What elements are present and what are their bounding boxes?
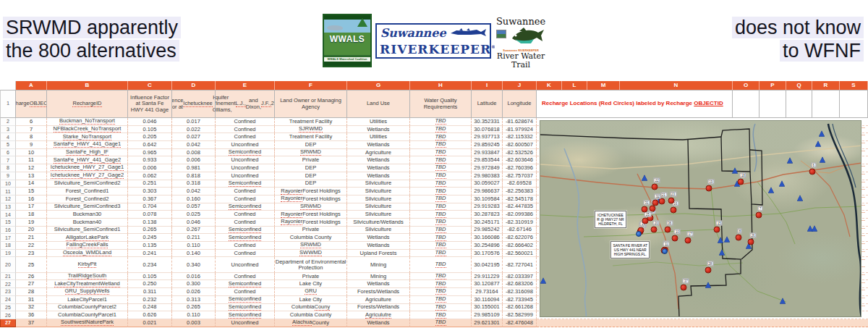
cell-h[interactable]: TBD (410, 219, 472, 227)
cell-h[interactable]: TBD (410, 203, 472, 211)
cell-d[interactable]: 0.042 (172, 188, 216, 195)
cell-g[interactable]: Wetlands (347, 242, 410, 250)
header-cell-e[interactable]: Aquifer Confinement (Williams, L.J., and… (216, 90, 275, 118)
column-header-G[interactable]: G (347, 81, 410, 90)
empty-header-cell[interactable] (733, 90, 760, 118)
cell-b[interactable]: SouthwestNaturePark (47, 319, 128, 327)
cell-a[interactable]: 37 (16, 319, 47, 327)
row-number[interactable]: 8 (0, 164, 16, 172)
cell-i[interactable]: 29.911229 (472, 273, 503, 281)
cell-a[interactable]: 12 (16, 164, 47, 172)
cell-f[interactable]: SRWMD (275, 203, 347, 211)
cell-c[interactable]: 0.965 (128, 149, 172, 157)
cell-g[interactable]: Wetlands (347, 172, 410, 180)
column-header-S[interactable]: S (840, 81, 868, 90)
cell-e[interactable]: Confined (216, 118, 275, 126)
column-header-E[interactable]: E (216, 81, 275, 90)
cell-c[interactable]: 0.241 (128, 250, 172, 258)
cell-a[interactable]: 27 (16, 280, 47, 288)
cell-h[interactable]: TBD (410, 304, 472, 312)
cell-i[interactable]: 29.972849 (472, 164, 503, 172)
cell-c[interactable]: 0.135 (128, 242, 172, 250)
column-header-I[interactable]: I (472, 81, 503, 90)
map-title-cell[interactable]: Recharge Locations (Red Circles) labeled… (537, 90, 733, 118)
cell-h[interactable]: TBD (410, 273, 472, 281)
cell-d[interactable]: 0.042 (172, 141, 216, 149)
row-number[interactable]: 5 (0, 141, 16, 149)
cell-c[interactable]: 0.704 (128, 203, 172, 211)
column-header-P[interactable]: P (760, 81, 786, 90)
cell-b[interactable]: FallingCreekFalls (47, 242, 128, 250)
cell-e[interactable]: Semiconfined (216, 227, 275, 235)
cell-j[interactable]: -82.256383 (503, 188, 537, 195)
cell-g[interactable]: Agriculture (347, 149, 410, 157)
cell-c[interactable]: 0.933 (128, 156, 172, 164)
row-number[interactable]: 18 (0, 242, 16, 250)
cell-j[interactable]: -82.603646 (503, 156, 537, 164)
cell-j[interactable]: -82.622076 (503, 234, 537, 242)
cell-e[interactable]: Unconfined (216, 172, 275, 180)
row-number[interactable]: 14 (0, 211, 16, 219)
row-number[interactable]: 7 (0, 156, 16, 164)
cell-d[interactable]: 0.016 (172, 273, 216, 281)
cell-b[interactable]: Ichetucknee_HWY_27_Gage1 (47, 164, 128, 172)
cell-j[interactable]: -82.560021 (503, 250, 537, 258)
column-header-B[interactable]: B (47, 81, 128, 90)
cell-e[interactable]: Semiconfined (216, 234, 275, 242)
cell-c[interactable]: 0.251 (128, 180, 172, 188)
cell-j[interactable]: -82.600507 (503, 141, 537, 149)
select-all-corner[interactable] (0, 81, 16, 90)
cell-h[interactable]: TBD (410, 141, 472, 149)
cell-d[interactable]: 0.300 (172, 280, 216, 288)
empty-header-cell[interactable] (760, 90, 786, 118)
cell-j[interactable]: -82.447835 (503, 203, 537, 211)
cell-j[interactable]: -82.733945 (503, 296, 537, 304)
cell-f[interactable]: Rayonier Forest Holdings (275, 219, 347, 227)
cell-d[interactable]: 0.027 (172, 133, 216, 141)
cell-f[interactable]: Columbia Couny (275, 304, 347, 312)
header-cell-f[interactable]: Land Owner or Managing Agency (275, 90, 347, 118)
cell-d[interactable]: 0.267 (172, 227, 216, 235)
cell-g[interactable]: Utilities (347, 133, 410, 141)
cell-i[interactable]: 29.980383 (472, 172, 503, 180)
cell-e[interactable]: Unconfined (216, 257, 275, 272)
cell-j[interactable]: -82.582999 (503, 311, 537, 319)
row-number[interactable]: 10 (0, 180, 16, 188)
header-cell-a[interactable]: Recharge OBJECTID (16, 90, 47, 118)
column-header-N[interactable]: N (620, 81, 733, 90)
cell-j[interactable]: -82.757037 (503, 172, 537, 180)
cell-j[interactable]: -82.683206 (503, 280, 537, 288)
cell-e[interactable]: Semiconfined (216, 296, 275, 304)
cell-b[interactable]: Silviculture_SemiConfined1 (47, 227, 128, 235)
cell-i[interactable]: 29.621301 (472, 319, 503, 327)
cell-e[interactable]: Confined (216, 211, 275, 219)
cell-e[interactable]: Confined (216, 219, 275, 227)
cell-g[interactable]: Silviculture (347, 227, 410, 235)
cell-j[interactable]: -82.476048 (503, 319, 537, 327)
cell-c[interactable]: 0.105 (128, 126, 172, 134)
cell-f[interactable]: SRWMD (275, 242, 347, 250)
column-header-J[interactable]: J (503, 81, 537, 90)
cell-a[interactable]: 18 (16, 211, 47, 219)
cell-c[interactable]: 0.205 (128, 133, 172, 141)
header-cell-d[interactable]: Influence Factor at Ichetucknee HWY 27 G… (172, 90, 216, 118)
cell-g[interactable]: Wetlands (347, 141, 410, 149)
row-number[interactable]: 1 (0, 90, 16, 118)
cell-a[interactable]: 23 (16, 250, 47, 258)
cell-a[interactable]: 36 (16, 311, 47, 319)
cell-f[interactable]: Private (275, 273, 347, 281)
cell-g[interactable]: Silviculture (347, 180, 410, 188)
cell-i[interactable]: 29.859245 (472, 141, 503, 149)
cell-e[interactable]: Unconfined (216, 156, 275, 164)
cell-i[interactable]: 29.937713 (472, 133, 503, 141)
recharge-map[interactable]: 6789101112131415161718192021222325262728… (540, 120, 861, 317)
cell-b[interactable]: Silviculture_SemiConfined2 (47, 180, 128, 188)
cell-e[interactable]: Semiconfined (216, 149, 275, 157)
header-cell-i[interactable]: Latitude (472, 90, 503, 118)
cell-e[interactable]: Semiconfined (216, 180, 275, 188)
cell-f[interactable]: SJRWMD (275, 126, 347, 134)
column-header-K[interactable]: K (537, 81, 562, 90)
cell-a[interactable]: 28 (16, 288, 47, 296)
cell-e[interactable]: Semiconfined (216, 311, 275, 319)
cell-g[interactable]: Mining (347, 257, 410, 272)
